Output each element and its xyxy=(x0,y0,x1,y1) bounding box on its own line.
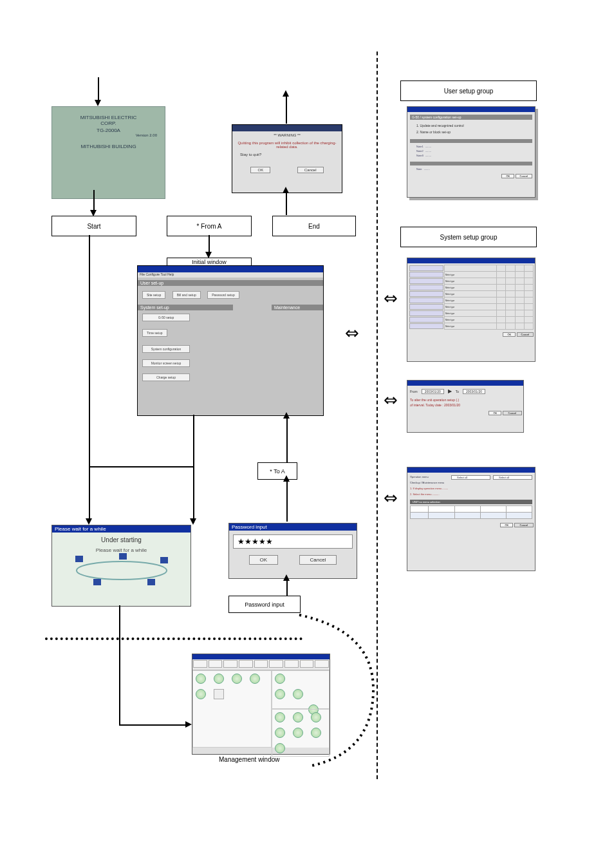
password-field[interactable]: ★★★★★ xyxy=(233,534,353,549)
warning-ok-button[interactable]: OK xyxy=(250,167,270,173)
ac-unit-icon[interactable] xyxy=(311,728,321,738)
splash-version: Version 2.00 xyxy=(52,133,165,137)
maintenance-header: Maintenance xyxy=(272,305,323,310)
sysconfig-button[interactable]: System configuration xyxy=(142,345,190,353)
g50-setup-button[interactable]: G-50 setup xyxy=(142,314,190,321)
charge-setup-button[interactable]: Charge setup xyxy=(142,373,190,381)
ac-unit-icon[interactable] xyxy=(196,674,206,684)
svg-point-0 xyxy=(77,561,167,580)
bill-setup-button[interactable]: Bill and setup xyxy=(172,291,201,299)
link-arrow-2: ⇔ xyxy=(345,325,359,341)
to-a-box: * To A xyxy=(257,462,297,480)
svg-rect-5 xyxy=(147,579,155,585)
management-toolbar[interactable] xyxy=(192,659,330,670)
ac-unit-icon[interactable] xyxy=(275,689,285,699)
system-setup-group-label: System setup group xyxy=(400,227,537,247)
waiting-ring-icon xyxy=(57,553,186,589)
time-setup-button[interactable]: Time setup xyxy=(142,329,167,337)
link-arrow-3: ⇔ xyxy=(384,392,398,408)
from-a-box: * From A xyxy=(167,216,252,236)
ac-unit-icon[interactable] xyxy=(275,674,285,684)
warning-line2: Stay to quit? xyxy=(236,153,338,156)
charge-setup-screen: Meter type Meter type Meter type Meter t… xyxy=(407,258,535,362)
password-input-label: Password input xyxy=(228,596,301,613)
ac-unit-icon[interactable] xyxy=(275,743,285,753)
initial-menubar[interactable]: File Configure Tool Help xyxy=(138,272,323,278)
management-window-label: Management window xyxy=(219,756,280,763)
splash-building: MITHUBISHI BUILDING xyxy=(52,144,165,149)
user-setup-header: User set-up xyxy=(138,280,323,286)
svg-rect-4 xyxy=(93,579,101,585)
waiting-line2: Please wait for a while xyxy=(56,547,187,553)
waiting-window: Please wait for a while Under starting P… xyxy=(51,525,191,607)
ac-unit-icon[interactable] xyxy=(275,728,285,738)
ac-unit-icon[interactable] xyxy=(311,712,321,722)
password-dialog: Password input ★★★★★ OK Cancel xyxy=(228,523,357,579)
link-arrow-4: ⇔ xyxy=(384,489,398,506)
warning-line1: Quitting this program will inhibit colle… xyxy=(236,141,338,149)
ac-unit-icon[interactable] xyxy=(250,674,260,684)
svg-rect-3 xyxy=(160,557,168,563)
end-box: End xyxy=(272,216,356,236)
warning-dialog: ** WARNING ** Quitting this program will… xyxy=(232,124,342,193)
system-setup-header: System set-up xyxy=(138,305,233,310)
management-window xyxy=(192,654,330,755)
password-title: Password input xyxy=(229,524,357,531)
ac-unit-icon[interactable] xyxy=(293,728,303,738)
maintenance-group-screen: Operation menu Select all Select all Che… xyxy=(407,467,535,571)
ac-unit-icon[interactable] xyxy=(293,689,303,699)
waiting-line1: Under starting xyxy=(56,536,187,543)
user-setup-group-label: User setup group xyxy=(400,80,537,101)
svg-rect-2 xyxy=(119,553,127,560)
warning-cancel-button[interactable]: Cancel xyxy=(297,167,324,173)
user-setup-group-screen: G-50 / system configuration set-up 1. Up… xyxy=(407,106,535,198)
splash-brand2: CORP. xyxy=(52,120,165,126)
initial-window: File Configure Tool Help User set-up Sit… xyxy=(137,265,324,416)
ac-unit-icon[interactable] xyxy=(214,674,224,684)
password-cancel-button[interactable]: Cancel xyxy=(299,555,337,565)
ac-unit-icon[interactable] xyxy=(293,712,303,722)
ac-unit-icon[interactable] xyxy=(275,712,285,722)
splash-product: TG-2000A xyxy=(52,127,165,133)
site-setup-button[interactable]: Site setup xyxy=(142,291,165,299)
ac-unit-icon[interactable] xyxy=(232,674,242,684)
link-arrow-1: ⇔ xyxy=(384,290,398,307)
ac-unit-icon[interactable] xyxy=(196,689,206,699)
waiting-title: Please wait for a while xyxy=(52,525,191,533)
svg-rect-1 xyxy=(75,556,83,562)
warning-title: ** WARNING ** xyxy=(236,133,338,137)
splash-brand: MITSUBISHI ELECTRIC xyxy=(52,115,165,120)
time-setup-screen: From 2003/01/20 ▶ To 2003/01/20 To alter… xyxy=(407,380,524,433)
password-setup-button[interactable]: Password setup xyxy=(207,291,239,299)
unit-square-icon[interactable] xyxy=(214,689,224,699)
splash-screen: MITSUBISHI ELECTRIC CORP. TG-2000A Versi… xyxy=(51,106,165,199)
password-ok-button[interactable]: OK xyxy=(249,555,279,565)
monitor-setup-button[interactable]: Monitor screen setup xyxy=(142,359,190,367)
start-box: Start xyxy=(51,216,136,236)
